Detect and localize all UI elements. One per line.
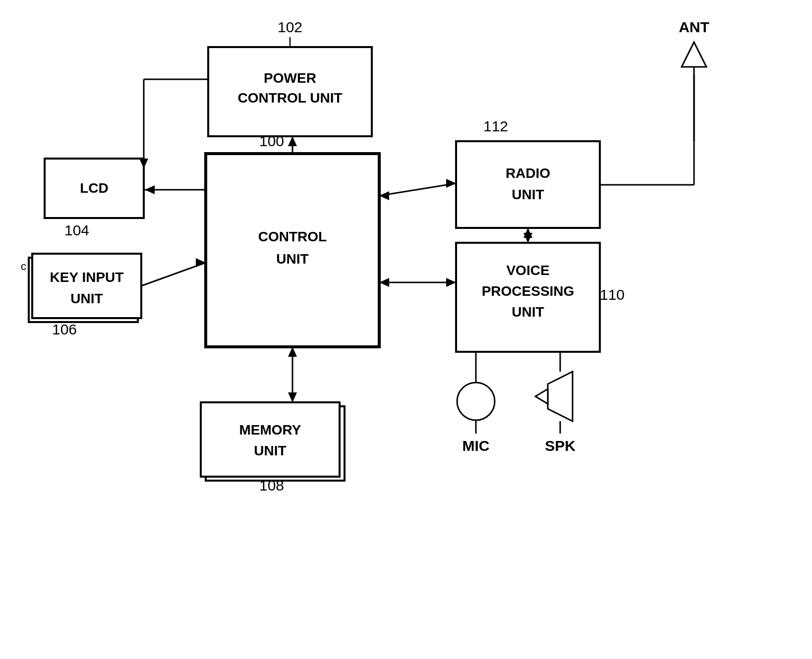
control-unit-label2: UNIT [276,251,308,267]
spk-label: SPK [545,438,576,454]
ref-100: 100 [259,133,284,149]
lcd-label: LCD [80,180,109,196]
ref-104: 104 [64,222,89,238]
control-unit-label: CONTROL [258,229,327,244]
voice-processing-label2: PROCESSING [482,283,575,299]
svg-marker-5 [288,136,297,146]
svg-marker-18 [446,179,456,188]
memory-unit-box [201,402,340,477]
key-input-label: KEY INPUT [50,270,124,285]
ref-110: 110 [600,286,625,303]
svg-marker-15 [288,392,297,402]
voice-processing-label3: UNIT [512,304,544,320]
mic-symbol [457,383,495,420]
svg-line-17 [379,183,456,196]
voice-processing-label: VOICE [506,263,549,278]
diagram-container: POWER CONTROL UNIT 102 CONTROL UNIT 100 … [0,0,812,659]
ant-label: ANT [679,19,709,35]
svg-marker-21 [446,278,456,287]
power-control-unit-label: POWER [264,70,316,86]
control-unit-box [206,154,379,347]
memory-unit-label2: UNIT [254,443,286,458]
small-c-label: c [21,260,26,273]
spk-symbol [548,372,573,421]
antenna-symbol [682,42,706,67]
power-control-unit-label2: CONTROL UNIT [237,90,342,106]
radio-unit-box [456,141,600,228]
mic-label: MIC [463,438,490,454]
ref-106: 106 [52,321,77,337]
spk-cone [535,389,548,404]
ref-102: 102 [278,19,302,35]
ref-112: 112 [483,118,508,134]
radio-unit-label2: UNIT [512,187,544,202]
ref-108: 108 [259,477,284,494]
memory-unit-label: MEMORY [239,422,301,438]
radio-unit-label: RADIO [506,165,550,181]
key-input-box [32,254,141,318]
key-input-label2: UNIT [70,291,103,306]
svg-marker-11 [145,185,155,194]
